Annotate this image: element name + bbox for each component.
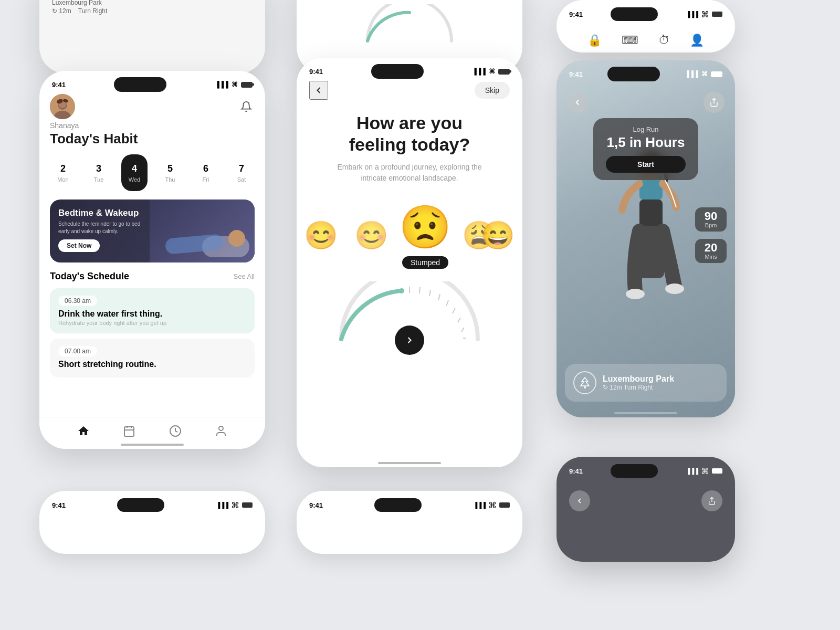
schedule-main-1: Drink the water first thing. [58,309,246,319]
dynamic-island-1 [114,77,166,92]
wifi-icon-3: ⌘ [701,70,708,78]
svg-line-15 [438,294,440,300]
nav-clock[interactable] [168,424,183,438]
status-time-3: 9:41 [569,70,583,78]
signal-icon: ▐▐▐ [215,81,228,88]
day-wed[interactable]: 4 Wed [121,154,148,191]
day-label-fri: Fri [203,176,209,183]
bell-icon[interactable] [238,98,255,115]
emoji-happy-icon: 😊 [354,219,388,251]
schedule-time-2: 07.00 am [58,346,97,356]
log-run-label: Log Run [606,125,686,133]
emoji-stumped-label: Stumped [402,256,448,269]
nav-profile[interactable] [214,424,228,438]
signal-icon-3: ▐▐▐ [685,70,698,78]
bpm-unit: Bpm [701,222,720,228]
day-thu[interactable]: 5 Thu [157,154,183,191]
status-time-1: 9:41 [52,81,66,89]
battery-icon-3 [711,71,722,77]
schedule-time-1: 06.30 am [58,296,97,306]
home-indicator-3 [614,412,677,414]
bedtime-content: Bedtime & Wakeup Schedule the reminder t… [58,208,142,252]
nav-home[interactable] [76,424,91,438]
emoji-partial-right: 😄 [481,219,515,251]
phone1-content: Shanaya Today's Habit 2 Mon 3 Tue 4 Wed … [39,94,265,393]
days-row: 2 Mon 3 Tue 4 Wed 5 Thu 6 Fri 7 Sat [50,154,255,191]
mins-value: 20 [701,242,720,254]
wifi-icon-2: ⌘ [489,68,495,75]
nav-calendar[interactable] [122,424,136,438]
location-nav: ↻ 12m Turn Right [603,384,718,391]
phone-hero: 9:41 ▐▐▐ ⌘ Log Run 1,5 in Hours [556,60,735,417]
home-indicator-1 [121,444,184,446]
bedtime-desc: Schedule the reminder to go to bed early… [58,220,142,235]
location-name: Luxembourg Park [603,374,718,384]
back-btn-br[interactable] [569,490,590,511]
dynamic-island-bl [117,498,164,512]
day-num-wed: 4 [132,163,137,174]
home-indicator-2 [378,462,441,464]
feeling-header: Skip [309,81,510,100]
day-fri[interactable]: 6 Fri [193,154,219,191]
day-tue[interactable]: 3 Tue [86,154,112,191]
set-now-button[interactable]: Set Now [58,239,100,252]
dynamic-island-2 [371,64,424,79]
status-bar-1: 9:41 ▐▐▐ ⌘ [39,71,265,94]
mins-unit: Mins [701,254,720,260]
see-all-link[interactable]: See All [234,272,255,280]
location-icon [573,371,596,394]
day-label-thu: Thu [165,176,175,183]
gauge-wrap [326,281,494,350]
back-button-3[interactable] [567,92,588,113]
status-icons-2: ▐▐▐ ⌘ [472,68,510,75]
status-time-bc: 9:41 [309,501,323,509]
habit-title: Today's Habit [50,131,255,147]
bedtime-title: Bedtime & Wakeup [58,208,142,218]
day-sat[interactable]: 7 Sat [228,154,255,191]
schedule-item-1: 06.30 am Drink the water first thing. Re… [50,288,255,333]
next-button[interactable] [395,326,424,355]
bedtime-card: Bedtime & Wakeup Schedule the reminder t… [50,200,255,262]
phone-feelings: 9:41 ▐▐▐ ⌘ Skip How are youfeeling today… [297,58,522,467]
share-button-3[interactable] [704,92,724,113]
dynamic-island-3 [607,67,660,81]
day-num-thu: 5 [167,163,173,174]
day-mon[interactable]: 2 Mon [50,154,76,191]
skip-button[interactable]: Skip [475,82,510,99]
avatar [50,94,75,119]
status-icons-tr: ▐▐▐⌘ [686,9,722,19]
greeting-name: Shanaya [50,121,255,130]
phone-partial-top-left: 9:41 ▐▐▐ ⌘ Luxembourg Park ↻ 12m Turn Ri… [39,0,265,74]
svg-point-11 [219,426,223,430]
emoji-row: 😊 😊 😟 Stumped 😩 😄 [309,203,510,269]
emoji-happy[interactable]: 😊 [354,219,388,251]
svg-line-18 [458,318,460,322]
status-time-br: 9:41 [569,467,583,475]
feeling-title: How are youfeeling today? [309,112,510,155]
bpm-value: 90 [701,211,720,222]
status-icons-1: ▐▐▐ ⌘ [215,81,253,88]
status-icons-br: ▐▐▐ ⌘ [686,466,722,476]
svg-line-16 [446,300,448,306]
back-button[interactable] [309,81,328,100]
location-label-tl: Luxembourg Park [52,0,107,6]
schedule-header: Today's Schedule See All [50,271,255,282]
svg-line-13 [419,287,420,293]
status-bar-3: 9:41 ▐▐▐ ⌘ [556,60,735,83]
day-num-fri: 6 [203,163,208,174]
share-btn-br[interactable] [701,490,722,511]
status-bar-2: 9:41 ▐▐▐ ⌘ [297,58,522,81]
battery-icon [241,82,253,88]
phone-partial-top-right: 9:41 ▐▐▐⌘ 🔒 ⌨ ⏱ 👤 [556,0,735,52]
profile-row [50,94,255,119]
svg-point-29 [626,289,645,299]
log-run-value: 1,5 in Hours [606,134,686,151]
stat-mins: 20 Mins [695,239,727,263]
day-label-mon: Mon [57,176,68,183]
gauge-container [309,281,510,350]
emoji-stumped[interactable]: 😟 Stumped [399,203,452,269]
phone-partial-bottom-right: 9:41 ▐▐▐ ⌘ [556,457,735,562]
start-button[interactable]: Start [606,156,686,173]
battery-icon-2 [498,69,510,75]
phone2-content: Skip How are youfeeling today? Embark on… [297,81,522,375]
